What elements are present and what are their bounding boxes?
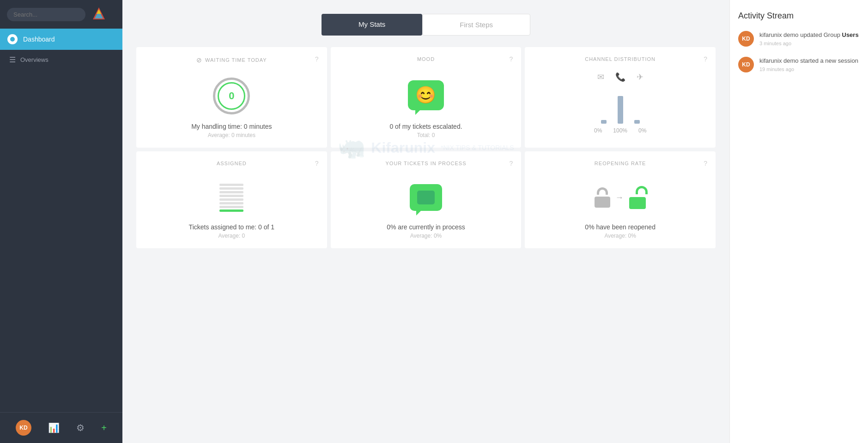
card-assigned-help[interactable]: ? — [315, 160, 319, 167]
card-reopening-sub: Average: 0% — [604, 233, 636, 239]
card-reopening-icon: → — [593, 176, 648, 219]
activity-stream-title: Activity Stream — [738, 11, 860, 21]
stats-icon[interactable]: 📊 — [48, 422, 60, 433]
card-channel-title: CHANNEL DISTRIBUTION — [536, 56, 704, 62]
lock-open-icon — [627, 186, 648, 209]
card-in-process: YOUR TICKETS IN PROCESS ? 0% are current… — [331, 151, 522, 248]
main-content: My Stats First Steps 🦏 Kifarunix *NIX TI… — [122, 0, 729, 443]
card-assigned-title: ASSIGNED — [147, 161, 316, 166]
card-assigned-sub: Average: 0 — [218, 233, 245, 239]
activity-avatar-1: KD — [738, 31, 754, 47]
tabs-row: My Stats First Steps — [322, 14, 530, 36]
channel-percentages: 0% 100% 0% — [594, 127, 646, 134]
card-in-process-title: YOUR TICKETS IN PROCESS — [342, 161, 510, 166]
channel-pct-phone: 100% — [613, 127, 627, 134]
logo-icon — [90, 6, 108, 23]
activity-text-2: kifarunix demo started a new session — [759, 57, 858, 65]
sidebar-item-overviews[interactable]: ☰ Overviews — [0, 50, 122, 70]
lock-icons: → — [593, 186, 648, 209]
sidebar: Dashboard ☰ Overviews KD 📊 ⚙ + — [0, 0, 122, 443]
card-channel-icon-area: ✉ 📞 ✈ 0% 100% 0% — [536, 72, 704, 134]
card-reopening-help[interactable]: ? — [704, 160, 707, 167]
card-waiting-time: ⊘ WAITING TIME TODAY ? 0 My handling tim… — [136, 47, 327, 148]
card-waiting-time-sub: Average: 0 minutes — [208, 132, 255, 138]
channel-bar-email — [601, 120, 607, 124]
phone-channel-icon: 📞 — [615, 72, 625, 82]
channel-icons: ✉ 📞 ✈ — [597, 72, 643, 82]
card-waiting-time-help[interactable]: ? — [315, 55, 319, 63]
card-mood-title: MOOD — [342, 56, 510, 62]
card-in-process-main: 0% are currently in process — [387, 223, 465, 231]
card-assigned-icon — [219, 176, 243, 219]
dashboard-dot — [7, 34, 18, 44]
card-channel-help[interactable]: ? — [704, 55, 707, 63]
sidebar-item-dashboard[interactable]: Dashboard — [0, 29, 122, 50]
sidebar-header — [0, 0, 122, 29]
settings-icon[interactable]: ⚙ — [76, 422, 85, 433]
add-icon[interactable]: + — [101, 423, 107, 433]
activity-text-1: kifarunix demo updated Group Users — [759, 31, 859, 39]
card-assigned: ASSIGNED ? Tickets assigned to me: 0 of … — [136, 151, 327, 248]
email-channel-icon: ✉ — [597, 72, 604, 82]
slash-circle-icon: ⊘ — [196, 56, 202, 64]
list-icon: ☰ — [9, 55, 16, 64]
card-waiting-time-icon: 0 — [213, 74, 250, 118]
card-mood: MOOD ? 😊 0 of my tickets escalated. Tota… — [331, 47, 522, 148]
mood-bubble: 😊 — [408, 80, 444, 110]
card-mood-help[interactable]: ? — [510, 55, 513, 63]
card-reopening-main: 0% have been reopened — [585, 223, 656, 231]
card-reopening: REOPENING RATE ? → 0% have b — [525, 151, 716, 248]
paper-stack-icon — [219, 184, 243, 212]
channel-distribution: ✉ 📞 ✈ 0% 100% 0% — [536, 72, 704, 134]
card-in-process-sub: Average: 0% — [410, 233, 442, 239]
avatar[interactable]: KD — [16, 420, 31, 436]
card-channel-dist: CHANNEL DISTRIBUTION ? ✉ 📞 ✈ 0% — [525, 47, 716, 148]
activity-avatar-2: KD — [738, 57, 754, 72]
channel-bars — [601, 87, 640, 124]
channel-pct-chat: 0% — [638, 127, 646, 134]
tab-my-stats[interactable]: My Stats — [322, 14, 422, 36]
activity-time-1: 3 minutes ago — [759, 41, 859, 46]
card-waiting-time-main: My handling time: 0 minutes — [191, 123, 272, 130]
activity-stream: Activity Stream KD kifarunix demo update… — [729, 0, 868, 443]
dashboard-label: Dashboard — [23, 36, 55, 43]
mood-face-icon: 😊 — [415, 85, 436, 105]
activity-content-1: kifarunix demo updated Group Users 3 min… — [759, 31, 859, 47]
tab-first-steps[interactable]: First Steps — [422, 14, 530, 36]
timer-value: 0 — [218, 82, 245, 110]
chat-bubble-icon — [410, 184, 442, 211]
channel-pct-email: 0% — [594, 127, 602, 134]
search-input[interactable] — [7, 8, 85, 21]
overviews-label: Overviews — [20, 56, 49, 63]
activity-time-2: 19 minutes ago — [759, 66, 858, 72]
activity-item-2: KD kifarunix demo started a new session … — [738, 57, 860, 72]
channel-bar-phone — [618, 96, 623, 124]
card-mood-sub: Total: 0 — [417, 132, 435, 138]
card-in-process-icon — [410, 176, 442, 219]
card-mood-main: 0 of my tickets escalated. — [389, 123, 462, 130]
card-in-process-help[interactable]: ? — [510, 160, 513, 167]
sidebar-footer: KD 📊 ⚙ + — [0, 412, 122, 443]
activity-content-2: kifarunix demo started a new session 19 … — [759, 57, 858, 72]
card-mood-icon: 😊 — [408, 72, 444, 118]
activity-item-1: KD kifarunix demo updated Group Users 3 … — [738, 31, 860, 47]
channel-bar-chat — [634, 120, 640, 124]
lock-closed-icon — [593, 187, 612, 208]
lock-arrow-icon: → — [615, 193, 624, 203]
card-waiting-time-title: ⊘ WAITING TIME TODAY — [147, 56, 316, 64]
timer-icon: 0 — [213, 78, 250, 114]
card-reopening-title: REOPENING RATE — [536, 161, 704, 166]
card-assigned-main: Tickets assigned to me: 0 of 1 — [189, 223, 274, 231]
chat-channel-icon: ✈ — [637, 72, 643, 82]
cards-grid: 🦏 Kifarunix *NIX TIPS & TUTORIALS ⊘ WAIT… — [136, 47, 716, 248]
